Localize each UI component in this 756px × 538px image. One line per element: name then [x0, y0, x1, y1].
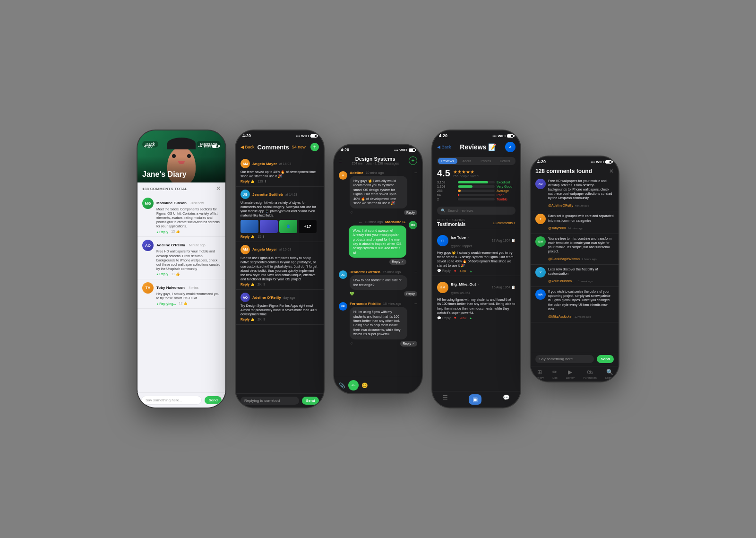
- more-options-icon[interactable]: ···: [413, 301, 417, 306]
- comment-author: Jeanette Gottlieb: [252, 192, 283, 197]
- nav-search[interactable]: 🔍 Search: [605, 369, 614, 379]
- people-saying-label: PEOPLE SAYING: [437, 218, 465, 222]
- phone-janes-diary: Back 4:20 ▪▪▪ WiFi Message: [137, 130, 226, 408]
- more-comments-link[interactable]: 18 comments >: [493, 221, 515, 225]
- nav-icon-3[interactable]: 💬: [503, 394, 510, 405]
- nav-gallery[interactable]: ⊞ Gallery: [535, 369, 544, 379]
- voter-count: 256 people voted: [453, 174, 479, 178]
- nav-edit[interactable]: ✏ Edit: [552, 369, 557, 379]
- s5-avatar: MA: [535, 289, 546, 300]
- like-button[interactable]: ♡: [350, 210, 353, 215]
- nav-library[interactable]: ▶ Library: [566, 369, 575, 379]
- s5-comment: MA If you wish to customize the colors o…: [531, 287, 619, 322]
- testimonials-title: Testimonials: [437, 222, 465, 227]
- send-button-phone2[interactable]: Send: [302, 397, 319, 405]
- comment-item: TH Toby Halvorson 4 mins Hey guys, I act…: [137, 279, 225, 309]
- phone-design-systems: 4:20 ▪▪▪ WiFi ≡ Design Systems 154 membe…: [333, 144, 423, 394]
- time-phone5: 4:20: [537, 159, 546, 164]
- add-comment-button[interactable]: +: [310, 143, 319, 151]
- s5-handle: @AdelineOReilly: [548, 204, 573, 207]
- nav-icon-2[interactable]: ▣: [469, 394, 481, 405]
- more-options-icon[interactable]: ···: [359, 220, 362, 225]
- add-member-button[interactable]: +: [409, 156, 417, 165]
- time-phone3: 4:20: [341, 148, 349, 152]
- new-count-badge: 54 new: [292, 145, 306, 149]
- nav-icon-1[interactable]: ☰: [443, 394, 448, 405]
- reply-button[interactable]: Reply 👍: [241, 283, 255, 286]
- testimonial-avatar: BM: [437, 282, 448, 293]
- menu-icon[interactable]: ≡: [339, 158, 342, 164]
- s5-handle: @MikeAsskicker: [548, 315, 573, 318]
- s5-handle: @YourShlushka_...: [548, 279, 576, 283]
- testimonial-date: 15 Aug 1954 📋: [492, 286, 515, 289]
- reply-button[interactable]: 💬 Reply: [437, 316, 451, 320]
- chat-subtitle: 154 members · 2,158 messages: [344, 162, 406, 165]
- time-phone4: 4:20: [439, 133, 447, 138]
- chat-message: JG Jeanette Gottlieb 15 mins ago ··· How…: [334, 267, 422, 299]
- s5-comment-text: You are free to mix, combine and transfo…: [548, 236, 614, 253]
- comment2-item: AO Adeline O'Reilly day ago Try Design S…: [236, 290, 324, 325]
- compose-button[interactable]: ✏: [348, 380, 359, 390]
- like-icon: 💚: [350, 292, 354, 296]
- emoji-icon[interactable]: 😊: [361, 382, 368, 389]
- s5-avatar: T: [535, 214, 546, 224]
- reply-button[interactable]: Reply 👍: [241, 318, 255, 321]
- chat-message: FP Fernando Pidrilio 15 mins ago ··· Hi!…: [334, 299, 422, 349]
- s5-avatar: AO: [535, 179, 546, 189]
- reply-button[interactable]: Reply: [404, 210, 417, 215]
- search-nav-icon: 🔍: [606, 369, 613, 375]
- search-reviews-box[interactable]: 🔍 Search reviews: [437, 207, 515, 215]
- tab-about[interactable]: About: [457, 158, 477, 164]
- chat-author: Fernando Pidrilio: [350, 302, 381, 306]
- avatar-adeline: AO: [142, 240, 154, 251]
- tab-reviews[interactable]: Reviews: [438, 158, 457, 164]
- close-button-phone1[interactable]: ✕: [216, 185, 221, 192]
- s5-comment: T Each set is grouped with care and sepa…: [531, 211, 619, 234]
- send-button-phone1[interactable]: Send: [205, 396, 222, 404]
- comment-input-phone1[interactable]: Say something here...: [141, 396, 202, 405]
- attach-icon[interactable]: 📎: [339, 382, 345, 389]
- chat-avatar: FP: [339, 302, 347, 311]
- tab-photos[interactable]: Photos: [476, 158, 496, 164]
- chat-avatar: JG: [339, 270, 347, 279]
- chat-bubble: How to add border to one side of the rec…: [350, 275, 407, 290]
- reply-button[interactable]: Reply ✓: [389, 259, 406, 265]
- phone-reviews: 4:20 ▪▪▪ WiFi ◀ Back Reviews 📝 A Reviews…: [431, 130, 521, 408]
- comment-text: Free HD wallpapers for your mobile and d…: [156, 249, 221, 270]
- reply-button[interactable]: Reply 👍: [241, 180, 255, 183]
- testimonial-date: 17 Aug 1954 📋: [492, 239, 515, 243]
- comments-title: Comments: [258, 144, 289, 151]
- rating-bar-verygood: 1,308 Very Good: [437, 185, 515, 188]
- send-button-phone5[interactable]: Send: [597, 355, 614, 363]
- more-options-icon[interactable]: ···: [413, 269, 417, 274]
- testimonial-name: Ice Tube: [451, 235, 466, 240]
- reply-button[interactable]: Reply 👍: [241, 235, 255, 239]
- reply-button[interactable]: Reply ✓: [400, 341, 417, 347]
- gallery-icon: ⊞: [537, 369, 542, 375]
- reply-link[interactable]: ● Reply: [156, 230, 168, 234]
- comment-text: Our team saved up to 40% 🔥 of developmen…: [241, 170, 319, 178]
- more-options-icon[interactable]: ···: [413, 170, 417, 175]
- s5-comment-text: Let's now discover the flexibility of cu…: [548, 267, 614, 276]
- like-button[interactable]: ♡: [350, 341, 353, 346]
- library-icon: ▶: [568, 369, 572, 375]
- back-button-phone2[interactable]: ◀ Back: [241, 145, 255, 149]
- more-images-badge: +17: [299, 220, 317, 233]
- janes-diary-title: Jane's Diary: [142, 170, 187, 179]
- replying-indicator[interactable]: ● Replying...: [156, 302, 176, 305]
- reply-button[interactable]: Reply: [404, 291, 417, 296]
- chat-bubble: Hey guys 🤟 I actually would recommend yo…: [350, 176, 407, 208]
- phone-128-comments: 4:20 ▪▪▪ WiFi 128 comments found ✕ AO Fr…: [530, 156, 619, 382]
- comment-input-phone5[interactable]: Say something here...: [535, 355, 594, 363]
- testimonial-text: Hey guys 🤟 I actually would recommend yo…: [437, 251, 515, 268]
- purchases-icon: 🛍: [587, 369, 593, 375]
- comment-input-phone2[interactable]: Replying to somebod: [241, 397, 299, 405]
- reply-link[interactable]: ● Reply: [156, 272, 168, 276]
- nav-purchases[interactable]: 🛍 Purchases: [583, 369, 596, 379]
- avatar: AO: [241, 293, 250, 302]
- reply-button[interactable]: 💬 Reply: [437, 269, 451, 273]
- back-button-phone4[interactable]: ◀ Back: [437, 145, 451, 149]
- close-button-phone5[interactable]: ✕: [609, 168, 614, 174]
- chat-bubble-sent: Wow, that sound awesome! Already tried y…: [349, 226, 406, 258]
- tab-details[interactable]: Details: [496, 158, 515, 164]
